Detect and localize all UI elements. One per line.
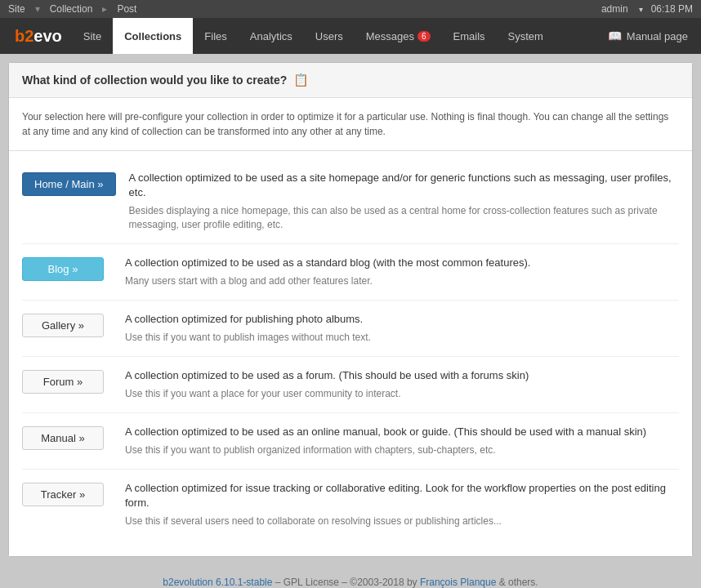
nav-site[interactable]: Site — [72, 18, 113, 54]
brand-b2: b2 — [15, 27, 33, 46]
footer-sep3: & — [496, 577, 508, 588]
admin-dropdown-icon: ▾ — [639, 5, 643, 14]
nav-collections[interactable]: Collections — [113, 18, 193, 54]
option-btn-wrap: Tracker » — [22, 481, 112, 506]
footer-sep2: – ©2003-2018 by — [339, 577, 420, 588]
footer-author-link[interactable]: François Planque — [420, 577, 496, 588]
option-title: A collection optimized to be used as an … — [125, 425, 679, 439]
nav-files[interactable]: Files — [193, 18, 238, 54]
nav-emails[interactable]: Emails — [442, 18, 497, 54]
option-btn-5[interactable]: Tracker » — [22, 483, 104, 506]
option-btn-wrap: Forum » — [22, 368, 112, 394]
option-subtitle: Use this if you want a place for your us… — [125, 387, 679, 401]
option-btn-1[interactable]: Blog » — [22, 257, 104, 281]
collection-option: Manual »A collection optimized to be use… — [22, 413, 679, 470]
options-list: Home / Main »A collection optimized to b… — [22, 159, 679, 540]
option-desc: A collection optimized for publishing ph… — [125, 312, 679, 345]
option-desc: A collection optimized for issue trackin… — [125, 481, 679, 528]
options-area: Home / Main »A collection optimized to b… — [9, 151, 692, 556]
topbar-right: admin ▾ 06:18 PM — [601, 3, 693, 15]
option-desc: A collection optimized to be used as an … — [125, 425, 679, 457]
topbar-time: 06:18 PM — [651, 3, 693, 15]
topbar-sep1: ▾ — [35, 3, 40, 15]
topbar-collection-link[interactable]: Collection — [50, 3, 93, 15]
main-content: What kind of collection would you like t… — [8, 62, 693, 557]
messages-badge: 6 — [417, 31, 431, 42]
topbar-post-link[interactable]: Post — [117, 3, 136, 15]
option-desc: A collection optimized to be used as a s… — [125, 256, 679, 288]
brand-evo: evo — [33, 27, 61, 46]
option-desc: A collection optimized to be used as a s… — [129, 171, 679, 232]
topbar-left: Site ▾ Collection ▸ Post — [8, 3, 136, 15]
question-header: What kind of collection would you like t… — [9, 63, 692, 98]
option-btn-wrap: Blog » — [22, 256, 112, 281]
option-title: A collection optimized for publishing ph… — [125, 312, 679, 327]
option-title: A collection optimized to be used as a s… — [125, 256, 679, 270]
navbar: b2evo Site Collections Files Analytics U… — [0, 18, 701, 54]
collection-option: Blog »A collection optimized to be used … — [22, 244, 679, 301]
option-btn-4[interactable]: Manual » — [22, 426, 104, 450]
option-btn-3[interactable]: Forum » — [22, 370, 104, 394]
footer-others: others. — [508, 577, 538, 588]
collection-option: Tracker »A collection optimized for issu… — [22, 470, 679, 540]
option-btn-wrap: Home / Main » — [22, 171, 116, 196]
collection-option: Gallery »A collection optimized for publ… — [22, 301, 679, 357]
option-title: A collection optimized to be used as a s… — [129, 171, 679, 200]
option-subtitle: Use this if you want to publish organize… — [125, 443, 679, 457]
option-btn-wrap: Gallery » — [22, 312, 112, 337]
nav-analytics[interactable]: Analytics — [239, 18, 304, 54]
manual-page-link[interactable]: 📖 Manual page — [600, 18, 696, 54]
topbar-site-link[interactable]: Site — [8, 3, 25, 15]
brand-logo[interactable]: b2evo — [5, 18, 72, 54]
option-btn-wrap: Manual » — [22, 425, 112, 450]
option-subtitle: Use this if several users need to collab… — [125, 514, 679, 528]
option-subtitle: Use this if you want to publish images w… — [125, 331, 679, 345]
nav-users[interactable]: Users — [304, 18, 355, 54]
option-btn-2[interactable]: Gallery » — [22, 314, 104, 337]
nav-messages[interactable]: Messages 6 — [355, 18, 442, 54]
help-icon: 📋 — [293, 73, 309, 87]
footer: b2evolution 6.10.1-stable – GPL License … — [0, 565, 701, 588]
topbar-sep2: ▸ — [102, 3, 107, 15]
topbar: Site ▾ Collection ▸ Post admin ▾ 06:18 P… — [0, 0, 701, 18]
option-subtitle: Many users start with a blog and add oth… — [125, 274, 679, 288]
footer-b2evo-link[interactable]: b2evolution 6.10.1-stable — [163, 577, 272, 588]
option-desc: A collection optimized to be used as a f… — [125, 368, 679, 401]
question-text: What kind of collection would you like t… — [22, 74, 287, 87]
manual-icon: 📖 — [608, 29, 622, 42]
topbar-admin-link[interactable]: admin — [601, 3, 628, 15]
intro-text: Your selection here will pre-configure y… — [9, 98, 692, 151]
option-title: A collection optimized to be used as a f… — [125, 368, 679, 383]
nav-system[interactable]: System — [497, 18, 555, 54]
collection-option: Home / Main »A collection optimized to b… — [22, 159, 679, 244]
collection-option: Forum »A collection optimized to be used… — [22, 357, 679, 413]
option-subtitle: Besides displaying a nice homepage, this… — [129, 204, 679, 232]
option-btn-0[interactable]: Home / Main » — [22, 172, 116, 196]
footer-license: GPL License — [284, 577, 339, 588]
option-title: A collection optimized for issue trackin… — [125, 481, 679, 510]
footer-sep1: – — [272, 577, 283, 588]
